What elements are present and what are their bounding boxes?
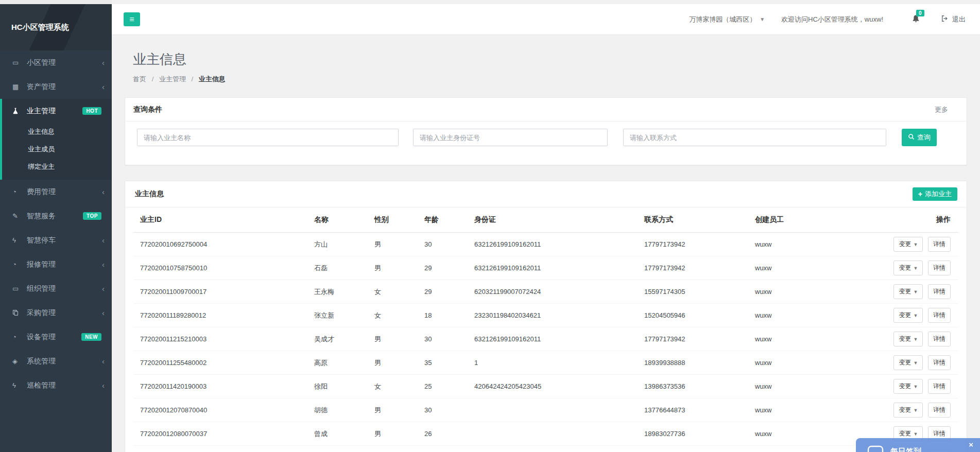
table-cell: 232301198402034621 xyxy=(468,304,638,327)
owner-phone-input[interactable] xyxy=(623,129,886,146)
chevron-down-icon: ▼ xyxy=(913,313,918,318)
sidebar-item-7[interactable]: ▭ 组织管理‹ xyxy=(0,276,112,301)
owners-panel: 业主信息 + 添加业主 业主ID名称性别年龄身份证联系方式创建员工操作 7720… xyxy=(125,181,967,452)
change-button[interactable]: 变更 ▼ xyxy=(893,284,923,299)
table-cell: wuxw xyxy=(748,327,859,351)
sidebar-subitem-0[interactable]: 业主信息 xyxy=(2,123,112,141)
globe-icon: ◔ xyxy=(12,260,23,268)
owner-idcard-input[interactable] xyxy=(413,129,608,146)
signin-card-icon xyxy=(867,445,884,452)
sidebar-item-0[interactable]: ▭ 小区管理‹ xyxy=(0,50,112,75)
daily-signin-toast[interactable]: 每日签到 × xyxy=(856,438,980,452)
more-link[interactable]: 更多 xyxy=(935,105,948,114)
change-button[interactable]: 变更 ▼ xyxy=(893,237,923,252)
chevron-left-icon: ‹ xyxy=(102,260,105,269)
table-cell: 25 xyxy=(418,375,468,398)
owners-table-wrap: 业主ID名称性别年龄身份证联系方式创建员工操作 7720200106927500… xyxy=(125,207,967,452)
table-cell: 30 xyxy=(418,398,468,422)
sidebar-subitem-2[interactable]: 绑定业主 xyxy=(2,158,112,176)
column-header: 身份证 xyxy=(468,207,638,233)
sidebar-item-label: 系统管理 xyxy=(27,357,102,366)
toast-text: 每日签到 xyxy=(890,447,921,452)
row-actions: 变更 ▼ 详情 xyxy=(859,398,958,422)
row-actions: 变更 ▼ 详情 xyxy=(859,280,958,304)
change-button[interactable]: 变更 ▼ xyxy=(893,308,923,323)
table-cell: 女 xyxy=(368,375,418,398)
detail-button[interactable]: 详情 xyxy=(928,260,951,275)
app-logo: HC小区管理系统 xyxy=(0,4,112,50)
change-button[interactable]: 变更 ▼ xyxy=(893,260,923,275)
query-button-label: 查询 xyxy=(917,133,931,142)
table-row: 772020011215210003吴成才男306321261991091620… xyxy=(133,327,958,351)
breadcrumb-home[interactable]: 首页 xyxy=(133,75,146,83)
close-icon[interactable]: × xyxy=(969,441,973,448)
hamburger-icon: ≡ xyxy=(129,15,134,24)
topbar: ≡ 万博家博园（城西区） ▼ 欢迎访问HC小区管理系统，wuxw! 0 退出 xyxy=(112,4,980,35)
table-cell: 17797173942 xyxy=(638,327,748,351)
sidebar-item-9[interactable]: ◔ 设备管理NEW xyxy=(0,325,112,349)
detail-button[interactable]: 详情 xyxy=(928,237,951,252)
chevron-down-icon: ▼ xyxy=(913,408,918,413)
sidebar-toggle-button[interactable]: ≡ xyxy=(124,12,140,26)
table-cell: 男 xyxy=(368,446,418,452)
table-cell: 772020010692750004 xyxy=(133,233,307,256)
change-button[interactable]: 变更 ▼ xyxy=(893,379,923,394)
detail-button[interactable]: 详情 xyxy=(928,284,951,299)
table-cell: 男 xyxy=(368,233,418,256)
sidebar-item-label: 费用管理 xyxy=(27,187,102,197)
owners-panel-title: 业主信息 xyxy=(135,189,164,199)
column-header: 年龄 xyxy=(418,207,468,233)
table-cell: 吴成才 xyxy=(307,327,368,351)
detail-button[interactable]: 详情 xyxy=(928,403,951,418)
sidebar-item-6[interactable]: ◔ 报修管理‹ xyxy=(0,252,112,276)
table-cell: 女 xyxy=(368,304,418,327)
chevron-left-icon: ‹ xyxy=(102,381,105,390)
table-cell: 18939938888 xyxy=(638,351,748,375)
detail-button[interactable]: 详情 xyxy=(928,308,951,323)
sidebar-item-5[interactable]: ϟ 智慧停车‹ xyxy=(0,228,112,252)
chevron-left-icon: ‹ xyxy=(102,82,105,91)
chevron-down-icon: ▼ xyxy=(913,242,918,247)
owners-table-body: 772020010692750004方山男3063212619910916201… xyxy=(133,233,958,452)
chevron-down-icon: ▼ xyxy=(913,360,918,366)
owners-table-header-row: 业主ID名称性别年龄身份证联系方式创建员工操作 xyxy=(133,207,958,233)
query-button[interactable]: 查询 xyxy=(902,129,937,146)
owner-name-input[interactable] xyxy=(137,129,399,146)
gem-icon: ◈ xyxy=(12,357,23,365)
sidebar-item-3[interactable]: ◔ 费用管理‹ xyxy=(0,180,112,204)
detail-button[interactable]: 详情 xyxy=(928,379,951,394)
table-row: 772020012070870040胡德男3013776644873wuxw 变… xyxy=(133,398,958,422)
column-header: 业主ID xyxy=(133,207,307,233)
column-header: 操作 xyxy=(859,207,958,233)
change-button[interactable]: 变更 ▼ xyxy=(893,355,923,370)
add-owner-button[interactable]: + 添加业主 xyxy=(913,187,957,201)
community-selector[interactable]: 万博家博园（城西区） ▼ xyxy=(689,15,765,24)
table-cell: 男 xyxy=(368,422,418,446)
sidebar-item-2[interactable]: 业主管理HOT xyxy=(2,99,112,123)
sidebar-item-10[interactable]: ◈ 系统管理‹ xyxy=(0,349,112,373)
sidebar-item-8[interactable]: 采购管理‹ xyxy=(0,301,112,325)
bolt-icon: ϟ xyxy=(12,381,23,389)
table-cell: 29 xyxy=(418,256,468,280)
sidebar-item-4[interactable]: ✎ 智慧服务TOP xyxy=(0,204,112,228)
row-actions: 变更 ▼ 详情 xyxy=(859,233,958,256)
notifications-button[interactable]: 0 xyxy=(912,14,920,25)
detail-button[interactable]: 详情 xyxy=(928,355,951,370)
breadcrumb-parent[interactable]: 业主管理 xyxy=(159,75,186,83)
sidebar-item-label: 小区管理 xyxy=(27,58,102,67)
change-button[interactable]: 变更 ▼ xyxy=(893,332,923,346)
grid-icon: ▦ xyxy=(12,83,23,91)
sidebar-item-1[interactable]: ▦ 资产管理‹ xyxy=(0,75,112,99)
sidebar-item-11[interactable]: ϟ 巡检管理‹ xyxy=(0,373,112,397)
logout-button[interactable]: 退出 xyxy=(941,15,966,24)
table-row: 772020012080070037曾成男2618983027736wuxw 变… xyxy=(133,422,958,446)
table-cell: 772020011215210003 xyxy=(133,327,307,351)
sidebar-item-label: 智慧服务 xyxy=(27,212,83,221)
change-button[interactable]: 变更 ▼ xyxy=(893,403,923,418)
detail-button[interactable]: 详情 xyxy=(928,332,951,346)
sidebar-subitem-1[interactable]: 业主成员 xyxy=(2,141,112,158)
table-cell: 方山 xyxy=(307,233,368,256)
table-cell: 石磊 xyxy=(307,256,368,280)
table-cell: 15597174305 xyxy=(638,280,748,304)
table-cell: 772020012867310004 xyxy=(133,446,307,452)
